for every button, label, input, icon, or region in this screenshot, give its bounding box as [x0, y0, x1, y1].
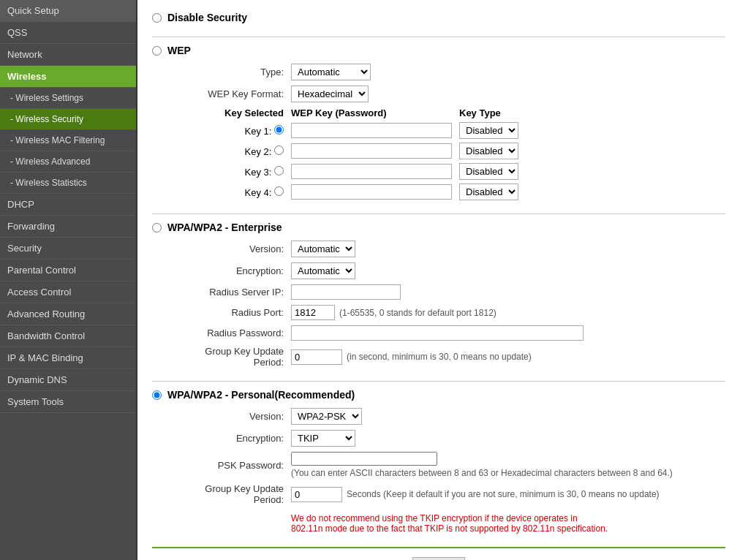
- wep-header: Key Selected WEP Key (Password) Key Type: [174, 107, 725, 118]
- wpa-ent-encryption-label: Encryption:: [174, 265, 291, 276]
- wep-key-password-header: WEP Key (Password): [291, 107, 452, 118]
- wep-type-select[interactable]: Automatic Open System Shared Key: [291, 64, 371, 80]
- sidebar-item-dhcp[interactable]: DHCP: [0, 194, 136, 216]
- tkip-warning-row: We do not recommend using the TKIP encry…: [174, 510, 725, 534]
- wep-key-2-type[interactable]: Disabled64bit128bit152bit: [459, 143, 518, 159]
- sidebar-item-dynamic-dns[interactable]: Dynamic DNS: [0, 369, 136, 391]
- radio-key-4[interactable]: [274, 186, 284, 196]
- wep-key-1-type[interactable]: Disabled64bit128bit152bit: [459, 122, 518, 139]
- wpa-ent-encryption-value: Automatic TKIP AES: [291, 262, 355, 279]
- wpa-personal-form: Version: WPA2-PSK Automatic WPA-PSK Encr…: [174, 408, 725, 534]
- save-button[interactable]: Save: [412, 557, 465, 560]
- wpa-per-version-select[interactable]: WPA2-PSK Automatic WPA-PSK: [291, 408, 362, 425]
- wpa-ent-encryption-select[interactable]: Automatic TKIP AES: [291, 262, 355, 279]
- wep-key-4-input[interactable]: [291, 184, 452, 200]
- wep-key-1-input[interactable]: [291, 123, 452, 138]
- wep-key-2-row: Key 2: Disabled64bit128bit152bit: [174, 143, 725, 159]
- wep-type-label: Type:: [174, 67, 291, 77]
- wpa-per-version-label: Version:: [174, 411, 291, 422]
- psk-password-input[interactable]: [291, 452, 437, 466]
- wep-form: Type: Automatic Open System Shared Key W…: [174, 64, 725, 200]
- radio-disable-security[interactable]: [152, 13, 162, 23]
- wpa-ent-version-label: Version:: [174, 243, 291, 254]
- wpa-ent-version-select[interactable]: Automatic WPA WPA2: [291, 241, 355, 257]
- wep-type-value: Automatic Open System Shared Key: [291, 64, 371, 80]
- wep-type-row: Type: Automatic Open System Shared Key: [174, 64, 725, 80]
- group-key-per-value: Seconds (Keep it default if you are not …: [291, 487, 660, 502]
- radius-password-label: Radius Password:: [174, 328, 291, 338]
- sidebar-item-access-control[interactable]: Access Control: [0, 281, 136, 303]
- radius-port-row: Radius Port: (1-65535, 0 stands for defa…: [174, 305, 725, 320]
- sidebar-item-wireless-advanced[interactable]: - Wireless Advanced: [0, 151, 136, 173]
- sidebar-item-wireless[interactable]: Wireless: [0, 66, 136, 88]
- group-key-per-row: Group Key Update Period: Seconds (Keep i…: [174, 483, 725, 505]
- wpa-per-encryption-value: TKIP AES Automatic: [291, 430, 355, 447]
- wep-key-3-type[interactable]: Disabled64bit128bit152bit: [459, 163, 518, 180]
- wep-key-2-input[interactable]: [291, 143, 452, 159]
- disable-security-title: Disable Security: [167, 12, 247, 23]
- sidebar-item-parental-control[interactable]: Parental Control: [0, 260, 136, 281]
- radius-port-input[interactable]: [291, 305, 335, 320]
- radius-server-ip-input[interactable]: [291, 284, 401, 300]
- radius-port-value: (1-65535, 0 stands for default port 1812…: [291, 305, 497, 320]
- wep-key-4-row: Key 4: Disabled64bit128bit152bit: [174, 183, 725, 200]
- radio-key-2[interactable]: [274, 145, 284, 155]
- radio-wpa-enterprise[interactable]: [152, 223, 162, 232]
- sidebar-item-quick-setup[interactable]: Quick Setup: [0, 0, 136, 22]
- group-key-ent-input[interactable]: [291, 349, 342, 365]
- sidebar-item-wireless-security[interactable]: - Wireless Security: [0, 109, 136, 130]
- radius-server-ip-label: Radius Server IP:: [174, 287, 291, 298]
- sidebar-item-network[interactable]: Network: [0, 44, 136, 66]
- group-key-ent-value: (in second, minimum is 30, 0 means no up…: [291, 349, 532, 365]
- sidebar-item-wireless-mac[interactable]: - Wireless MAC Filtering: [0, 130, 136, 151]
- wep-key-4-type[interactable]: Disabled64bit128bit152bit: [459, 183, 518, 200]
- radio-key-1[interactable]: [274, 125, 284, 135]
- wep-key-format-value: Hexadecimal ASCII: [291, 86, 369, 102]
- sidebar-item-ip-mac-binding[interactable]: IP & MAC Binding: [0, 347, 136, 369]
- psk-password-value: (You can enter ASCII characters between …: [291, 452, 673, 478]
- wpa-enterprise-form: Version: Automatic WPA WPA2 Encryption: …: [174, 241, 725, 368]
- group-key-ent-row: Group Key Update Period: (in second, min…: [174, 346, 725, 368]
- wpa-per-encryption-row: Encryption: TKIP AES Automatic: [174, 430, 725, 447]
- radio-wpa-personal[interactable]: [152, 390, 162, 400]
- wep-key-3-label: Key 3:: [174, 166, 291, 178]
- group-key-per-hint: Seconds (Keep it default if you are not …: [347, 489, 660, 499]
- group-key-ent-hint: (in second, minimum is 30, 0 means no up…: [347, 352, 532, 362]
- wep-key-3-input[interactable]: [291, 164, 452, 179]
- sidebar-item-wireless-stats[interactable]: - Wireless Statistics: [0, 173, 136, 194]
- sidebar-item-security[interactable]: Security: [0, 238, 136, 260]
- group-key-per-input[interactable]: [291, 487, 342, 502]
- section-wpa-personal: WPA/WPA2 - Personal(Recommended) Version…: [152, 389, 725, 534]
- tkip-warning-text: We do not recommend using the TKIP encry…: [291, 513, 608, 534]
- section-wep: WEP Type: Automatic Open System Shared K…: [152, 45, 725, 200]
- radius-password-input[interactable]: [291, 325, 584, 341]
- wep-key-1-label: Key 1:: [174, 125, 291, 137]
- wpa-per-encryption-select[interactable]: TKIP AES Automatic: [291, 430, 355, 447]
- save-area: Save: [152, 547, 725, 560]
- radius-port-hint: (1-65535, 0 stands for default port 1812…: [339, 308, 497, 318]
- sidebar-item-system-tools[interactable]: System Tools: [0, 391, 136, 413]
- sidebar-item-wireless-settings[interactable]: - Wireless Settings: [0, 88, 136, 109]
- wep-key-format-label: WEP Key Format:: [174, 88, 291, 99]
- psk-password-row: PSK Password: (You can enter ASCII chara…: [174, 452, 725, 478]
- wep-key-2-label: Key 2:: [174, 145, 291, 157]
- wpa-ent-encryption-row: Encryption: Automatic TKIP AES: [174, 262, 725, 279]
- sidebar-item-advanced-routing[interactable]: Advanced Routing: [0, 303, 136, 325]
- wep-key-type-header: Key Type: [459, 107, 501, 118]
- wpa-ent-version-value: Automatic WPA WPA2: [291, 241, 355, 257]
- psk-password-label: PSK Password:: [174, 460, 291, 471]
- radius-port-label: Radius Port:: [174, 307, 291, 318]
- radio-wep[interactable]: [152, 46, 162, 56]
- wpa-ent-version-row: Version: Automatic WPA WPA2: [174, 241, 725, 257]
- wep-key-selected-header: Key Selected: [174, 107, 291, 118]
- wep-key-3-row: Key 3: Disabled64bit128bit152bit: [174, 163, 725, 180]
- sidebar-item-forwarding[interactable]: Forwarding: [0, 216, 136, 238]
- wep-title: WEP: [167, 45, 191, 56]
- sidebar-item-qss[interactable]: QSS: [0, 22, 136, 44]
- wep-key-4-label: Key 4:: [174, 186, 291, 198]
- main-content: Disable Security WEP Type: Automatic Ope…: [137, 0, 740, 560]
- sidebar-item-bandwidth-control[interactable]: Bandwidth Control: [0, 325, 136, 347]
- radio-key-3[interactable]: [274, 166, 284, 175]
- wep-key-format-select[interactable]: Hexadecimal ASCII: [291, 86, 369, 102]
- wpa-enterprise-title: WPA/WPA2 - Enterprise: [167, 222, 282, 233]
